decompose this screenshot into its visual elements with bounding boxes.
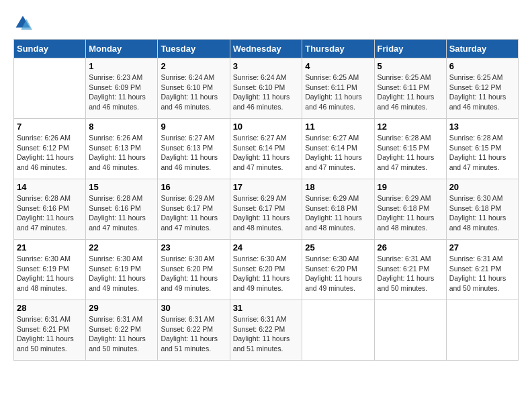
- week-row-4: 21Sunrise: 6:30 AM Sunset: 6:19 PM Dayli…: [14, 240, 519, 300]
- calendar-cell: 25Sunrise: 6:30 AM Sunset: 6:20 PM Dayli…: [302, 240, 374, 300]
- day-info: Sunrise: 6:27 AM Sunset: 6:13 PM Dayligh…: [161, 133, 226, 173]
- day-info: Sunrise: 6:26 AM Sunset: 6:12 PM Dayligh…: [17, 133, 83, 173]
- header-friday: Friday: [374, 40, 446, 58]
- day-info: Sunrise: 6:29 AM Sunset: 6:17 PM Dayligh…: [233, 193, 300, 233]
- day-number: 27: [449, 242, 515, 253]
- week-row-5: 28Sunrise: 6:31 AM Sunset: 6:21 PM Dayli…: [14, 300, 519, 361]
- day-number: 8: [89, 122, 154, 132]
- calendar-cell: 15Sunrise: 6:28 AM Sunset: 6:16 PM Dayli…: [86, 179, 158, 240]
- calendar-table: SundayMondayTuesdayWednesdayThursdayFrid…: [13, 39, 519, 361]
- day-info: Sunrise: 6:24 AM Sunset: 6:10 PM Dayligh…: [233, 73, 300, 112]
- day-info: Sunrise: 6:30 AM Sunset: 6:20 PM Dayligh…: [305, 254, 371, 293]
- calendar-cell: 2Sunrise: 6:24 AM Sunset: 6:10 PM Daylig…: [158, 58, 230, 119]
- calendar-cell: 23Sunrise: 6:30 AM Sunset: 6:20 PM Dayli…: [158, 240, 230, 300]
- day-info: Sunrise: 6:29 AM Sunset: 6:18 PM Dayligh…: [378, 193, 443, 233]
- day-number: 20: [449, 182, 515, 192]
- day-info: Sunrise: 6:31 AM Sunset: 6:22 PM Dayligh…: [233, 314, 300, 354]
- calendar-cell: 22Sunrise: 6:30 AM Sunset: 6:19 PM Dayli…: [86, 240, 158, 300]
- day-number: 30: [161, 303, 226, 313]
- calendar-cell: 27Sunrise: 6:31 AM Sunset: 6:21 PM Dayli…: [446, 240, 518, 300]
- header-monday: Monday: [86, 40, 158, 58]
- calendar-cell: 13Sunrise: 6:28 AM Sunset: 6:15 PM Dayli…: [446, 119, 518, 179]
- calendar-header-row: SundayMondayTuesdayWednesdayThursdayFrid…: [14, 40, 519, 58]
- day-number: 26: [378, 242, 443, 253]
- day-number: 18: [305, 182, 371, 192]
- week-row-1: 1Sunrise: 6:23 AM Sunset: 6:09 PM Daylig…: [14, 58, 519, 119]
- day-info: Sunrise: 6:30 AM Sunset: 6:19 PM Dayligh…: [17, 254, 83, 293]
- calendar-cell: 19Sunrise: 6:29 AM Sunset: 6:18 PM Dayli…: [374, 179, 446, 240]
- day-info: Sunrise: 6:25 AM Sunset: 6:12 PM Dayligh…: [449, 73, 515, 112]
- day-number: 12: [378, 122, 443, 132]
- day-number: 10: [233, 122, 300, 132]
- header-wednesday: Wednesday: [230, 40, 302, 58]
- day-info: Sunrise: 6:28 AM Sunset: 6:16 PM Dayligh…: [89, 193, 154, 233]
- calendar-cell: [446, 300, 518, 361]
- day-number: 15: [89, 182, 154, 192]
- calendar-cell: 1Sunrise: 6:23 AM Sunset: 6:09 PM Daylig…: [86, 58, 158, 119]
- day-info: Sunrise: 6:30 AM Sunset: 6:19 PM Dayligh…: [89, 254, 154, 293]
- day-info: Sunrise: 6:29 AM Sunset: 6:17 PM Dayligh…: [161, 193, 226, 233]
- day-number: 9: [161, 122, 226, 132]
- logo-icon: [13, 13, 32, 32]
- header-sunday: Sunday: [14, 40, 86, 58]
- calendar-cell: 12Sunrise: 6:28 AM Sunset: 6:15 PM Dayli…: [374, 119, 446, 179]
- day-info: Sunrise: 6:31 AM Sunset: 6:21 PM Dayligh…: [378, 254, 443, 293]
- day-info: Sunrise: 6:31 AM Sunset: 6:22 PM Dayligh…: [89, 314, 154, 354]
- day-number: 4: [305, 61, 371, 71]
- day-info: Sunrise: 6:23 AM Sunset: 6:09 PM Dayligh…: [89, 73, 154, 112]
- calendar-cell: 28Sunrise: 6:31 AM Sunset: 6:21 PM Dayli…: [14, 300, 86, 361]
- day-number: 1: [89, 61, 154, 71]
- day-info: Sunrise: 6:31 AM Sunset: 6:21 PM Dayligh…: [449, 254, 515, 293]
- week-row-2: 7Sunrise: 6:26 AM Sunset: 6:12 PM Daylig…: [14, 119, 519, 179]
- day-info: Sunrise: 6:24 AM Sunset: 6:10 PM Dayligh…: [161, 73, 226, 112]
- day-number: 17: [233, 182, 300, 192]
- day-number: 24: [233, 242, 300, 253]
- header-tuesday: Tuesday: [158, 40, 230, 58]
- day-info: Sunrise: 6:31 AM Sunset: 6:21 PM Dayligh…: [17, 314, 83, 354]
- calendar-cell: 8Sunrise: 6:26 AM Sunset: 6:13 PM Daylig…: [86, 119, 158, 179]
- day-number: 19: [378, 182, 443, 192]
- week-row-3: 14Sunrise: 6:28 AM Sunset: 6:16 PM Dayli…: [14, 179, 519, 240]
- day-number: 16: [161, 182, 226, 192]
- day-info: Sunrise: 6:29 AM Sunset: 6:18 PM Dayligh…: [305, 193, 371, 233]
- calendar-cell: 11Sunrise: 6:27 AM Sunset: 6:14 PM Dayli…: [302, 119, 374, 179]
- calendar-cell: 3Sunrise: 6:24 AM Sunset: 6:10 PM Daylig…: [230, 58, 302, 119]
- day-number: 23: [161, 242, 226, 253]
- logo: [13, 13, 35, 32]
- day-number: 13: [449, 122, 515, 132]
- calendar-cell: 29Sunrise: 6:31 AM Sunset: 6:22 PM Dayli…: [86, 300, 158, 361]
- day-info: Sunrise: 6:31 AM Sunset: 6:22 PM Dayligh…: [161, 314, 226, 354]
- header-thursday: Thursday: [302, 40, 374, 58]
- day-info: Sunrise: 6:25 AM Sunset: 6:11 PM Dayligh…: [305, 73, 371, 112]
- day-info: Sunrise: 6:25 AM Sunset: 6:11 PM Dayligh…: [378, 73, 443, 112]
- page-header: [13, 13, 519, 32]
- day-number: 21: [17, 242, 83, 253]
- calendar-cell: 14Sunrise: 6:28 AM Sunset: 6:16 PM Dayli…: [14, 179, 86, 240]
- day-info: Sunrise: 6:28 AM Sunset: 6:16 PM Dayligh…: [17, 193, 83, 233]
- calendar-cell: [14, 58, 86, 119]
- calendar-cell: 17Sunrise: 6:29 AM Sunset: 6:17 PM Dayli…: [230, 179, 302, 240]
- header-saturday: Saturday: [446, 40, 518, 58]
- calendar-cell: 10Sunrise: 6:27 AM Sunset: 6:14 PM Dayli…: [230, 119, 302, 179]
- calendar-cell: 24Sunrise: 6:30 AM Sunset: 6:20 PM Dayli…: [230, 240, 302, 300]
- day-number: 28: [17, 303, 83, 313]
- calendar-cell: 5Sunrise: 6:25 AM Sunset: 6:11 PM Daylig…: [374, 58, 446, 119]
- day-number: 5: [378, 61, 443, 71]
- day-info: Sunrise: 6:28 AM Sunset: 6:15 PM Dayligh…: [378, 133, 443, 173]
- calendar-cell: 7Sunrise: 6:26 AM Sunset: 6:12 PM Daylig…: [14, 119, 86, 179]
- calendar-cell: 9Sunrise: 6:27 AM Sunset: 6:13 PM Daylig…: [158, 119, 230, 179]
- day-number: 2: [161, 61, 226, 71]
- day-info: Sunrise: 6:27 AM Sunset: 6:14 PM Dayligh…: [305, 133, 371, 173]
- day-number: 25: [305, 242, 371, 253]
- day-number: 14: [17, 182, 83, 192]
- calendar-cell: 21Sunrise: 6:30 AM Sunset: 6:19 PM Dayli…: [14, 240, 86, 300]
- day-info: Sunrise: 6:30 AM Sunset: 6:20 PM Dayligh…: [161, 254, 226, 293]
- calendar-cell: 6Sunrise: 6:25 AM Sunset: 6:12 PM Daylig…: [446, 58, 518, 119]
- day-number: 11: [305, 122, 371, 132]
- day-number: 6: [449, 61, 515, 71]
- day-number: 3: [233, 61, 300, 71]
- day-number: 22: [89, 242, 154, 253]
- calendar-cell: 4Sunrise: 6:25 AM Sunset: 6:11 PM Daylig…: [302, 58, 374, 119]
- day-info: Sunrise: 6:28 AM Sunset: 6:15 PM Dayligh…: [449, 133, 515, 173]
- day-info: Sunrise: 6:26 AM Sunset: 6:13 PM Dayligh…: [89, 133, 154, 173]
